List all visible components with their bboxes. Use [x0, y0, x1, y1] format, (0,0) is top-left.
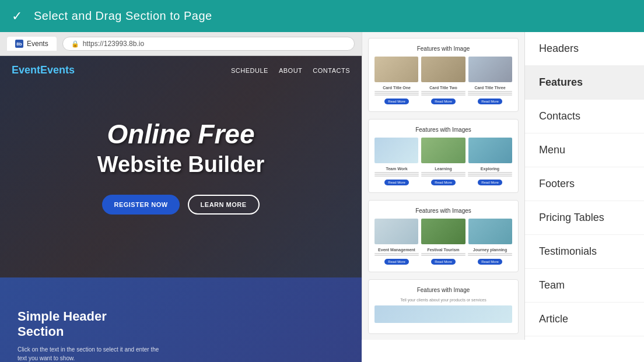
thumb-col-title-3-2: Festival Tourism	[427, 248, 459, 252]
thumb-img-2-1	[374, 138, 418, 163]
section-item-menu[interactable]: Menu	[525, 133, 644, 167]
thumb-img-3-1	[374, 219, 418, 244]
tab-label: Events	[27, 40, 48, 48]
line	[374, 91, 419, 92]
simple-header-title: Simple HeaderSection	[18, 309, 344, 340]
line	[374, 94, 419, 96]
thumb-btn-1-2[interactable]: Read More	[431, 99, 456, 104]
thumb-col-lines-2-2	[421, 172, 466, 177]
line	[374, 172, 419, 173]
line	[468, 94, 512, 96]
thumb-title-3: Features with Images	[374, 208, 512, 214]
thumbnails-panel[interactable]: Features with Image Card Title One	[362, 32, 525, 340]
nav-about[interactable]: ABOUT	[279, 67, 302, 74]
thumb-title-1: Features with Image	[374, 45, 512, 52]
line	[468, 175, 512, 177]
thumb-subtitle-4: Tell your clients about your products or…	[374, 298, 512, 302]
address-bar[interactable]: 🔒 https://123993.8b.io	[62, 37, 355, 51]
thumb-images-2	[374, 138, 512, 163]
nav-contacts[interactable]: CONTACTS	[313, 67, 350, 74]
thumb-col-title-2-1: Team Work	[386, 167, 407, 171]
thumb-col-lines-2-3	[468, 172, 512, 177]
thumb-features-with-image-1[interactable]: Features with Image Card Title One	[368, 38, 519, 112]
address-url: https://123993.8b.io	[83, 40, 144, 48]
thumb-btn-3-3[interactable]: Read More	[478, 259, 502, 265]
thumb-col-3-1: Event Management Read More	[374, 248, 419, 265]
line	[421, 91, 466, 92]
thumb-col-2-2: Learning Read More	[421, 167, 466, 185]
line	[421, 255, 466, 256]
line	[421, 172, 466, 173]
thumb-cols-3: Event Management Read More Festival Tour…	[374, 248, 512, 265]
thumb-cols-2: Team Work Read More Learning	[374, 167, 512, 185]
simple-header-section: Simple HeaderSection Click on the text i…	[0, 277, 362, 362]
line	[421, 253, 466, 254]
thumb-col-1-1: Card Title One Read More	[374, 86, 419, 104]
thumb-title-2: Features with Images	[374, 126, 512, 133]
site-logo: EventEvents	[12, 64, 75, 76]
browser-tab[interactable]: 8b Events	[7, 37, 57, 51]
line	[421, 93, 466, 94]
thumb-col-title-3-1: Event Management	[378, 248, 415, 252]
section-item-team[interactable]: Team	[525, 269, 644, 303]
thumb-col-title-1-2: Card Title Two	[429, 86, 457, 90]
thumbnails-panel-wrapper: Features with Image Card Title One	[362, 32, 525, 362]
line	[421, 174, 466, 175]
thumb-img-2-3	[468, 138, 512, 163]
section-item-footers[interactable]: Footers	[525, 167, 644, 201]
section-item-testimonials[interactable]: Testimonials	[525, 235, 644, 269]
thumb-img-3-3	[468, 219, 512, 244]
thumb-col-2-1: Team Work Read More	[374, 167, 419, 185]
thumb-btn-1-1[interactable]: Read More	[384, 99, 409, 104]
thumb-col-3-2: Festival Tourism Read More	[421, 248, 466, 265]
thumb-col-title-1-3: Card Title Three	[474, 86, 505, 90]
hero-title-line2: Website Builder	[0, 152, 362, 177]
section-item-features[interactable]: Features	[525, 66, 644, 100]
thumb-col-lines-1-1	[374, 91, 419, 96]
line	[421, 94, 466, 96]
thumb-features-with-images-2[interactable]: Features with Images Team Work Rea	[368, 119, 519, 193]
line	[468, 174, 512, 175]
nav-schedule[interactable]: SCHEDULE	[231, 67, 268, 74]
line	[468, 91, 512, 92]
thumb-btn-2-2[interactable]: Read More	[431, 180, 456, 185]
section-item-contacts[interactable]: Contacts	[525, 100, 644, 133]
thumb-images-1	[374, 57, 512, 82]
line	[421, 175, 466, 177]
thumb-img-1-1	[374, 57, 418, 82]
thumb-btn-1-3[interactable]: Read More	[478, 99, 502, 104]
section-item-article[interactable]: Article	[525, 303, 644, 336]
thumb-img-1-2	[421, 57, 465, 82]
line	[468, 253, 512, 254]
thumb-btn-3-1[interactable]: Read More	[384, 259, 409, 265]
browser-chrome: 8b Events 🔒 https://123993.8b.io	[0, 32, 362, 56]
thumb-img-1-3	[468, 57, 512, 82]
thumb-col-lines-2-1	[374, 172, 419, 177]
thumb-col-lines-1-3	[468, 91, 512, 96]
website-preview-panel: 8b Events 🔒 https://123993.8b.io EventEv…	[0, 32, 362, 362]
line	[468, 255, 512, 256]
thumb-col-lines-3-2	[421, 253, 466, 256]
section-list-panel: Headers Features Contacts Menu Footers P…	[525, 32, 644, 362]
thumb-btn-3-2[interactable]: Read More	[431, 259, 456, 265]
section-item-headers[interactable]: Headers	[525, 32, 644, 66]
thumb-features-with-image-4[interactable]: Features with Image Tell your clients ab…	[368, 279, 519, 334]
thumb-col-title-2-3: Exploring	[481, 167, 499, 171]
thumb-btn-2-3[interactable]: Read More	[478, 180, 502, 185]
hero-buttons: REGISTER NOW LEARN MORE	[0, 195, 362, 215]
top-bar-title: Select and Drag Section to Page	[34, 9, 212, 23]
section-item-pricing-tables[interactable]: Pricing Tables	[525, 201, 644, 235]
line	[468, 93, 512, 94]
thumb-cols-1: Card Title One Read More Card Title Two	[374, 86, 512, 104]
hero-title-line1: Online Free	[0, 120, 362, 149]
site-nav-links: SCHEDULE ABOUT CONTACTS	[231, 67, 350, 74]
learn-more-button[interactable]: LEARN MORE	[188, 195, 260, 215]
register-now-button[interactable]: REGISTER NOW	[102, 195, 179, 215]
thumb-features-with-images-3[interactable]: Features with Images Event Management Re…	[368, 200, 519, 272]
hero-section: EventEvents SCHEDULE ABOUT CONTACTS Onli…	[0, 56, 362, 277]
thumb-btn-2-1[interactable]: Read More	[384, 180, 409, 185]
thumb-img-3-2	[421, 219, 465, 244]
site-nav: EventEvents SCHEDULE ABOUT CONTACTS	[0, 56, 362, 85]
lock-icon: 🔒	[71, 40, 79, 48]
line	[374, 255, 419, 256]
